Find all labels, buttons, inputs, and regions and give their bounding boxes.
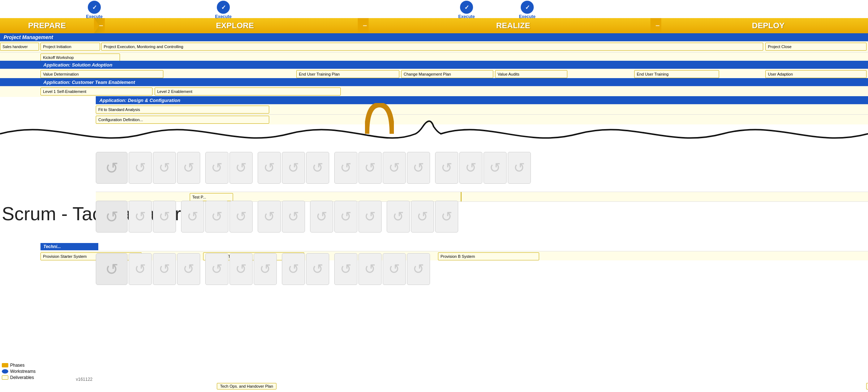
end-user-training-box: End User Training [634, 70, 719, 78]
refresh-icon-b9: ↺ [334, 253, 357, 285]
gold-arch-decoration [365, 103, 394, 136]
project-execution-box: Project Execution, Monitoring and Contro… [101, 43, 763, 51]
refresh-icon-s13: ↺ [435, 152, 458, 184]
qgate-2-icon: ✓ [217, 1, 230, 14]
refresh-icon-m3: ↺ [181, 201, 204, 233]
legend-deliverables: Deliverables [2, 375, 35, 380]
refresh-icons-bottom-row: ↺ ↺ ↺ ↺ ↺ ↺ ↺ ↺ ↺ ↺ ↺ ↺ [129, 253, 430, 285]
fit-to-standard-box: Fit to Standard Analysis [96, 106, 269, 114]
change-management-plan-box: Change Management Plan [401, 70, 493, 78]
solution-adoption-header: Application: Solution Adoption [0, 61, 868, 69]
project-initiation-box: Project Initiation [40, 43, 100, 51]
refresh-icon-s12: ↺ [407, 152, 430, 184]
phase-realize-label: REALIZE [496, 21, 530, 30]
value-audits-box: Value Audits [495, 70, 567, 78]
project-management-section: Project Management Sales handover Projec… [0, 33, 868, 62]
refresh-icon-b11: ↺ [383, 253, 406, 285]
configuration-definition-box: Configuration Definition... [96, 116, 269, 124]
user-adaption-box: User Adaption [765, 70, 867, 78]
refresh-icon-s16: ↺ [508, 152, 531, 184]
refresh-icon-s4: ↺ [205, 152, 228, 184]
legend-workstreams-label: Workstreams [10, 369, 35, 374]
phase-banner: PREPARE ⟵ EXPLORE ⟵ REALIZE ⟵ DEPLOY [0, 18, 868, 33]
refresh-icon-m2: ↺ [153, 201, 176, 233]
qgate-1-icon: ✓ [88, 1, 101, 14]
refresh-icons-small-row: ↺ ↺ ↺ ↺ ↺ ↺ ↺ ↺ ↺ ↺ ↺ ↺ ↺ ↺ ↺ ↺ [129, 152, 531, 184]
refresh-icon-b2: ↺ [153, 253, 176, 285]
design-config-row-2: Configuration Definition... [96, 114, 868, 124]
refresh-icon-s14: ↺ [459, 152, 482, 184]
provision-b-box: Provision B System [438, 252, 539, 260]
refresh-icon-m4: ↺ [205, 201, 228, 233]
solution-adoption-section: Application: Solution Adoption Value Det… [0, 61, 868, 80]
refresh-icon-m5: ↺ [229, 201, 253, 233]
refresh-icon-s7: ↺ [282, 152, 305, 184]
end-user-training-plan-box: End User Training Plan [296, 70, 399, 78]
refresh-icon-s6: ↺ [258, 152, 281, 184]
phase-explore-label: EXPLORE [216, 21, 254, 30]
divider-1 [461, 192, 461, 201]
refresh-icons-row-1: ↺ ↺ ↺ ↺ ↺ ↺ ↺ ↺ ↺ ↺ ↺ ↺ ↺ ↺ ↺ ↺ ↺ [96, 152, 531, 184]
refresh-icon-b6: ↺ [254, 253, 277, 285]
kickoff-workshop-box: Kickoff Workshop [40, 54, 120, 61]
phase-explore: EXPLORE [105, 18, 358, 33]
refresh-icon-b7: ↺ [282, 253, 305, 285]
refresh-icons-mid-row: ↺ ↺ ↺ ↺ ↺ ↺ ↺ ↺ ↺ ↺ ↺ ↺ ↺ [129, 201, 458, 233]
project-management-header: Project Management [0, 33, 868, 41]
refresh-icon-b4: ↺ [205, 253, 228, 285]
legend: Phases Workstreams Deliverables [2, 363, 35, 381]
refresh-icon-m12: ↺ [411, 201, 434, 233]
value-determination-box: Value Determination [40, 70, 163, 78]
phase-realize: REALIZE [369, 18, 650, 33]
refresh-icon-s15: ↺ [484, 152, 507, 184]
technical-header: Techni... [40, 243, 98, 250]
customer-team-row: Level 1 Self-Enablement Level 2 Enableme… [0, 86, 868, 97]
phase-prepare: PREPARE [0, 18, 94, 33]
refresh-icon-large-1: ↺ [96, 152, 128, 184]
legend-deliverables-label: Deliverables [10, 375, 34, 380]
legend-phases-box [2, 363, 8, 367]
version-label: v161122 [76, 377, 93, 382]
phase-deploy: DEPLOY [661, 18, 868, 33]
refresh-icon-m9: ↺ [334, 201, 357, 233]
refresh-icon-m1: ↺ [129, 201, 152, 233]
legend-phases-label: Phases [10, 363, 25, 368]
refresh-icon-s8: ↺ [306, 152, 329, 184]
refresh-icon-b1: ↺ [129, 253, 152, 285]
refresh-icons-row-3: ↺ ↺ ↺ ↺ ↺ ↺ ↺ ↺ ↺ ↺ ↺ ↺ ↺ [96, 253, 430, 285]
sales-handover-box: Sales handover [0, 43, 39, 51]
design-config-header: Application: Design & Configuration [96, 96, 868, 104]
refresh-icon-b8: ↺ [306, 253, 329, 285]
legend-deliverables-box [2, 375, 8, 380]
level2-enablement-box: Level 2 Enablement [155, 88, 341, 95]
refresh-icon-m-large: ↺ [96, 201, 128, 233]
qgate-3-icon: ✓ [460, 1, 473, 14]
refresh-icon-s3: ↺ [177, 152, 200, 184]
legend-phases: Phases [2, 363, 35, 368]
project-management-row-1: Sales handover Project Initiation Projec… [0, 41, 868, 52]
refresh-icon-s11: ↺ [383, 152, 406, 184]
test-box: Test P... [190, 193, 233, 201]
customer-team-header: Application: Customer Team Enablement [0, 78, 868, 86]
design-config-row-1: Fit to Standard Analysis [96, 104, 868, 114]
refresh-icon-b-large: ↺ [96, 253, 128, 285]
refresh-icon-s1: ↺ [129, 152, 152, 184]
refresh-icon-m7: ↺ [282, 201, 305, 233]
refresh-icon-b3: ↺ [177, 253, 200, 285]
level1-self-enablement-box: Level 1 Self-Enablement [40, 88, 152, 95]
refresh-icon-s9: ↺ [334, 152, 357, 184]
project-close-box: Project Close [765, 43, 867, 51]
qgate-4-icon: ✓ [521, 1, 534, 14]
refresh-icon-m8: ↺ [310, 201, 333, 233]
refresh-icon-b5: ↺ [229, 253, 253, 285]
test-row: Test P... [96, 192, 868, 202]
refresh-icon-m13: ↺ [435, 201, 458, 233]
refresh-icon-m10: ↺ [358, 201, 382, 233]
refresh-icon-m11: ↺ [387, 201, 410, 233]
refresh-icon-s10: ↺ [358, 152, 382, 184]
refresh-icon-b10: ↺ [358, 253, 382, 285]
customer-team-section: Application: Customer Team Enablement Le… [0, 78, 868, 97]
legend-workstreams: Workstreams [2, 369, 35, 374]
design-config-section: Application: Design & Configuration Fit … [96, 96, 868, 124]
legend-workstreams-box [2, 369, 8, 374]
